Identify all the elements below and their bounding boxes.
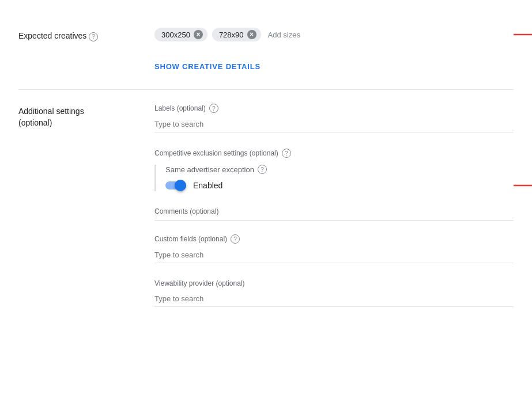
labels-field-label: Labels (optional) ? xyxy=(154,104,514,113)
comments-field-group: Comments (optional) xyxy=(154,207,514,215)
expected-creatives-label: Expected creatives ? xyxy=(18,28,145,75)
custom-fields-label-text: Custom fields (optional) xyxy=(154,235,227,243)
labels-search-input[interactable] xyxy=(154,116,514,132)
competitive-exclusion-label: Competitive exclusion settings (optional… xyxy=(154,149,514,158)
viewability-provider-group: Viewability provider (optional) xyxy=(154,279,514,307)
custom-fields-search-input[interactable] xyxy=(154,247,514,263)
same-advertiser-box: Same advertiser exception ? Enabled xyxy=(154,165,514,191)
arrow-right-icon xyxy=(514,29,532,40)
toggle-row: Enabled xyxy=(165,180,514,191)
section-label-text: Expected creatives xyxy=(18,31,86,40)
size-chip-728x90: 728x90 xyxy=(212,28,261,41)
toggle-thumb xyxy=(175,180,186,191)
additional-settings-label: Additional settings(optional) xyxy=(18,106,145,128)
viewability-label-text: Viewability provider (optional) xyxy=(154,279,245,287)
expected-creatives-content: 300x250 728x90 Add sizes SHOW CREATIVE D… xyxy=(145,28,514,75)
competitive-label-text: Competitive exclusion settings (optional… xyxy=(154,149,278,157)
chip-close-300x250[interactable] xyxy=(194,30,203,39)
toggle-enabled-label: Enabled xyxy=(193,181,222,190)
viewability-provider-label: Viewability provider (optional) xyxy=(154,279,514,287)
add-sizes-link[interactable]: Add sizes xyxy=(268,31,300,39)
size-chip-value-300x250: 300x250 xyxy=(161,31,190,39)
same-advertiser-toggle[interactable] xyxy=(165,180,186,191)
labels-help-icon[interactable]: ? xyxy=(209,104,218,113)
chip-close-728x90[interactable] xyxy=(247,30,256,39)
custom-fields-help-icon[interactable]: ? xyxy=(231,234,240,244)
expected-creatives-help-icon[interactable]: ? xyxy=(89,32,98,41)
expected-creatives-section: Expected creatives ? 300x250 728x90 Add … xyxy=(18,14,514,90)
arrow-left-toggle-icon xyxy=(514,180,532,191)
creatives-row: 300x250 728x90 Add sizes xyxy=(154,28,514,41)
size-chip-300x250: 300x250 xyxy=(154,28,207,41)
competitive-exclusion-help-icon[interactable]: ? xyxy=(282,149,291,158)
comments-label-text: Comments (optional) xyxy=(154,207,218,215)
show-creative-details-button[interactable]: SHOW CREATIVE DETAILS xyxy=(154,58,261,75)
section-divider xyxy=(154,220,514,221)
same-advertiser-help-icon[interactable]: ? xyxy=(258,165,267,174)
additional-settings-label-wrap: Additional settings(optional) xyxy=(18,104,145,323)
size-chip-value-728x90: 728x90 xyxy=(219,31,244,39)
competitive-exclusion-section: Competitive exclusion settings (optional… xyxy=(154,149,514,191)
additional-settings-content: Labels (optional) ? Competitive exclusio… xyxy=(145,104,514,323)
labels-field-group: Labels (optional) ? xyxy=(154,104,514,132)
custom-fields-group: Custom fields (optional) ? xyxy=(154,232,514,263)
page-container: Expected creatives ? 300x250 728x90 Add … xyxy=(0,0,532,351)
viewability-provider-search-input[interactable] xyxy=(154,291,514,307)
custom-fields-label: Custom fields (optional) ? xyxy=(154,234,514,244)
same-advertiser-label-text: Same advertiser exception xyxy=(165,165,254,174)
labels-label-text: Labels (optional) xyxy=(154,104,206,112)
same-advertiser-label: Same advertiser exception ? xyxy=(165,165,514,174)
comments-field-label: Comments (optional) xyxy=(154,207,514,215)
additional-settings-section: Additional settings(optional) Labels (op… xyxy=(18,90,514,337)
